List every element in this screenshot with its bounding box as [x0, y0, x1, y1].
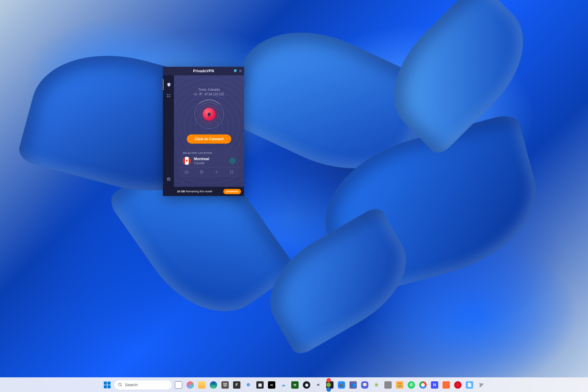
connect-button[interactable]: Click to Connect: [187, 134, 231, 144]
data-remaining: 10 GB Remaining this month: [177, 190, 213, 193]
taskbar-steam-icon[interactable]: ◉: [301, 380, 312, 390]
svg-point-2: [169, 94, 170, 95]
close-icon[interactable]: ✕: [239, 69, 242, 73]
svg-point-1: [167, 94, 168, 95]
privadovpn-window: PrivadoVPN ✕ Truro, Canada: [163, 67, 244, 196]
taskbar-slack-icon[interactable]: ✳️: [371, 380, 382, 390]
taskbar-chrome-icon[interactable]: [418, 380, 428, 390]
sidebar-servers-icon[interactable]: [163, 90, 174, 101]
current-location: Truro, Canada: [198, 88, 220, 91]
svg-line-8: [186, 171, 188, 173]
settings-gear-icon[interactable]: [163, 173, 174, 184]
desktop-wallpaper[interactable]: [0, 0, 588, 392]
ip-label: IP:: [199, 92, 203, 96]
svg-point-14: [119, 383, 121, 386]
svg-point-13: [232, 172, 233, 173]
search-placeholder: Search: [125, 383, 138, 387]
taskbar-settings-icon[interactable]: ⚙: [243, 380, 254, 390]
selected-location-card[interactable]: SELECTED LOCATION: Montreal Canada ›: [179, 149, 239, 177]
taskbar-app-bird-icon[interactable]: 🕊: [476, 380, 486, 390]
taskbar-opera-icon[interactable]: [453, 380, 463, 390]
taskbar-pi-icon[interactable]: π: [290, 380, 300, 390]
taskbar-notepad-icon[interactable]: 📄: [464, 380, 475, 390]
taskbar-meta-icon[interactable]: ∞: [266, 380, 277, 390]
taskbar-app-orange-icon[interactable]: [441, 380, 451, 390]
feature-killswitch-icon[interactable]: [198, 169, 205, 176]
taskbar-squares-icon[interactable]: ▦: [255, 380, 265, 390]
svg-point-3: [167, 96, 168, 97]
upgrade-button[interactable]: UPGRADE: [223, 189, 241, 194]
windows-logo-icon: [104, 382, 111, 388]
ip-value: 47.54.123.122: [205, 92, 224, 96]
taskbar-spiral-icon[interactable]: ꩜: [313, 380, 323, 390]
taskbar-gimp-icon[interactable]: 🐺: [220, 380, 230, 390]
svg-point-12: [230, 172, 231, 173]
svg-point-10: [230, 171, 231, 172]
taskbar-edge-icon[interactable]: [208, 380, 219, 390]
taskbar-copilot-icon[interactable]: [185, 380, 195, 390]
taskbar-davinci-icon[interactable]: 🔴🟢🔵: [325, 380, 335, 390]
taskbar-cloud-icon[interactable]: ☁: [278, 380, 288, 390]
sidebar: [163, 75, 174, 187]
svg-rect-9: [200, 172, 203, 173]
taskbar-whatsapp-icon[interactable]: ✆: [406, 380, 417, 390]
titlebar[interactable]: PrivadoVPN ✕: [163, 67, 244, 75]
search-box[interactable]: Search: [114, 380, 172, 390]
chevron-right-icon[interactable]: ›: [230, 158, 235, 164]
feature-protocol-icon[interactable]: [228, 169, 236, 176]
taskbar-explorer-icon[interactable]: [197, 380, 207, 390]
selected-location-label: SELECTED LOCATION:: [183, 152, 235, 154]
search-icon: [118, 383, 123, 387]
selected-city: Montreal: [194, 157, 227, 161]
svg-point-4: [169, 96, 170, 97]
canada-flag-icon: [183, 157, 191, 165]
taskbar-teams-icon[interactable]: 👥: [348, 380, 358, 390]
taskbar-discord-icon[interactable]: 💬: [360, 380, 370, 390]
feature-noads-icon[interactable]: [183, 169, 190, 176]
selected-country: Canada: [194, 161, 227, 165]
feature-splittunnel-icon[interactable]: [213, 169, 221, 176]
taskbar-app-gray-icon[interactable]: [383, 380, 393, 390]
main-panel: Truro, Canada IP: 47.54.123.122 Click to…: [174, 75, 244, 187]
footer: 10 GB Remaining this month UPGRADE: [163, 187, 244, 196]
connection-status-orb[interactable]: [194, 100, 224, 129]
taskbar-taskview-icon[interactable]: [173, 380, 184, 390]
svg-line-15: [121, 385, 122, 386]
notifications-bell-icon[interactable]: [233, 69, 237, 73]
taskbar-app-n-icon[interactable]: N: [429, 380, 440, 390]
app-title: PrivadoVPN: [193, 69, 214, 73]
taskbar-calc-icon[interactable]: 🧮: [394, 380, 405, 390]
ip-row: IP: 47.54.123.122: [194, 92, 224, 96]
taskbar-app-f-icon[interactable]: F: [232, 380, 242, 390]
taskbar-zoom-icon[interactable]: 📹: [336, 380, 347, 390]
svg-point-0: [236, 69, 237, 71]
start-button[interactable]: [102, 379, 113, 390]
sidebar-shield-icon[interactable]: [163, 79, 174, 90]
svg-point-11: [232, 171, 233, 172]
ip-cloud-icon: [194, 93, 198, 96]
power-button-icon[interactable]: [203, 108, 216, 121]
taskbar: Search 🐺 F ⚙ ▦ ∞ ☁ π ◉ ꩜ 🔴🟢🔵 📹 👥 💬 ✳️ 🧮 …: [0, 377, 588, 392]
